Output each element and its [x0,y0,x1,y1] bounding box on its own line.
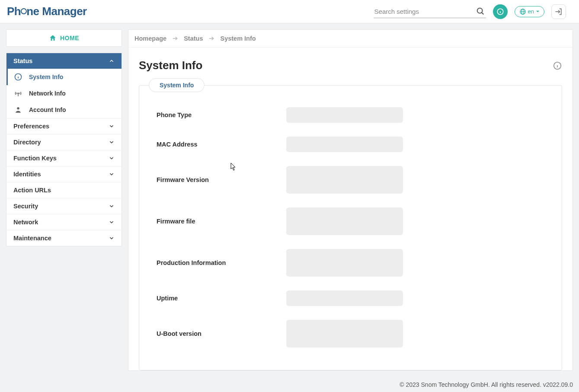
nav-section-label: Identities [13,171,41,178]
nav-section-security[interactable]: Security [6,198,122,214]
breadcrumb: Homepage Status System Info [128,30,573,48]
chevron-down-icon [109,219,115,225]
field-row: Uptime [157,290,544,306]
nav: Status System Info Network Info [6,53,122,246]
field-row: Phone Type [157,107,544,123]
chevron-down-icon [109,171,115,177]
info-icon [13,73,23,81]
field-label: Production Information [157,259,278,266]
svg-line-1 [481,13,483,14]
field-label: MAC Address [157,141,278,148]
chevron-up-icon [109,58,115,64]
chevron-down-icon [109,235,115,241]
globe-icon [519,8,526,15]
caret-down-icon [536,10,540,13]
header: Phne Manager en [0,0,579,23]
svg-point-11 [18,93,19,94]
logout-button[interactable] [551,4,566,19]
search-container [374,5,486,18]
field-label: Phone Type [157,112,278,118]
field-value [286,207,403,235]
language-label: en [528,8,534,15]
nav-item-network-info[interactable]: Network Info [6,85,122,102]
main-content: Homepage Status System Info System Info … [128,29,573,371]
nav-section-function-keys[interactable]: Function Keys [6,150,122,166]
chevron-down-icon [109,123,115,129]
nav-section-preferences[interactable]: Preferences [6,118,122,134]
nav-section-network[interactable]: Network [6,214,122,230]
app-logo: Phne Manager [7,5,87,18]
breadcrumb-status[interactable]: Status [184,35,203,42]
system-info-panel: System Info Phone TypeMAC AddressFirmwar… [139,85,562,370]
antenna-icon [13,89,23,98]
home-label: HOME [60,35,79,41]
field-row: MAC Address [157,137,544,152]
field-row: Firmware Version [157,166,544,194]
svg-point-0 [477,8,482,13]
nav-item-label: System Info [29,73,63,80]
arrow-right-icon [172,35,179,42]
nav-section-action-urls[interactable]: Action URLs [6,182,122,198]
field-value [286,320,403,347]
home-icon [49,34,57,42]
nav-section-identities[interactable]: Identities [6,166,122,182]
field-row: U-Boot version [157,320,544,347]
nav-section-label: Preferences [13,123,49,130]
field-row: Production Information [157,249,544,277]
breadcrumb-home[interactable]: Homepage [134,35,166,42]
tab-system-info[interactable]: System Info [149,78,205,92]
info-icon[interactable] [553,61,562,70]
nav-section-label: Status [13,57,32,64]
nav-section-label: Function Keys [13,155,57,162]
breadcrumb-current: System Info [220,35,256,42]
nav-item-label: Account Info [29,106,66,113]
help-button[interactable] [493,4,508,19]
field-label: Uptime [157,295,278,302]
nav-section-label: Security [13,203,38,210]
nav-item-account-info[interactable]: Account Info [6,102,122,118]
field-value [286,290,403,306]
nav-sub-status: System Info Network Info Account Info [6,69,122,118]
nav-section-directory[interactable]: Directory [6,134,122,150]
chevron-down-icon [109,203,115,209]
header-actions: en [374,4,566,19]
nav-section-label: Directory [13,139,41,146]
chevron-down-icon [109,139,115,145]
nav-section-label: Action URLs [13,187,51,194]
sidebar: HOME Status System Info [6,29,122,246]
svg-point-13 [17,107,19,109]
footer-copyright: © 2023 Snom Technology GmbH. All rights … [0,377,579,392]
nav-item-system-info[interactable]: System Info [6,69,122,85]
search-icon[interactable] [476,6,485,16]
field-value [286,249,403,277]
field-label: Firmware file [157,218,278,225]
field-row: Firmware file [157,207,544,235]
home-button[interactable]: HOME [6,29,122,47]
nav-item-label: Network Info [29,90,66,97]
arrow-right-icon [208,35,215,42]
field-value [286,107,403,123]
nav-section-status[interactable]: Status [6,53,122,69]
search-input[interactable] [374,8,476,15]
nav-section-label: Maintenance [13,235,51,242]
page-title: System Info [139,59,202,72]
chevron-down-icon [109,155,115,161]
language-selector[interactable]: en [515,6,544,17]
person-icon [13,105,23,114]
field-value [286,137,403,152]
field-value [286,166,403,194]
field-label: Firmware Version [157,176,278,183]
field-label: U-Boot version [157,330,278,337]
nav-section-label: Network [13,219,38,226]
nav-section-maintenance[interactable]: Maintenance [6,230,122,246]
